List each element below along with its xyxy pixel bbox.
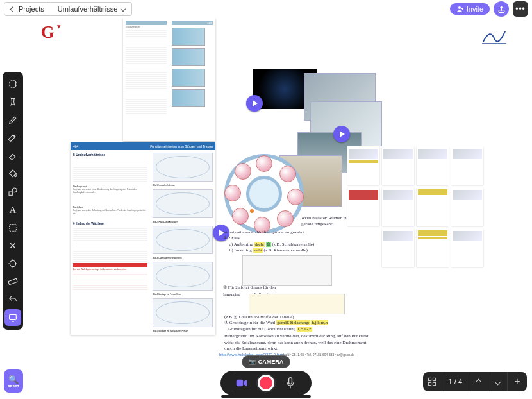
video-toggle-button[interactable]: [235, 376, 249, 390]
svg-rect-3: [9, 192, 12, 195]
annotation-rules: (z.B. gilt die untere Hälfte der Tabelle…: [224, 314, 372, 352]
share-icon: [497, 5, 506, 13]
tool-sidebar: A ✕: [3, 72, 23, 330]
logo-signature: [479, 24, 509, 47]
page-indicator: 1 / 4: [442, 372, 469, 391]
grid-view-button[interactable]: [423, 372, 442, 391]
text-tool[interactable]: A: [4, 201, 21, 218]
back-label: Projects: [19, 5, 44, 13]
invite-label: Invite: [467, 5, 483, 13]
lasso-tool[interactable]: [4, 219, 21, 236]
camera-label: CAMERA: [258, 359, 284, 365]
page-navigator: 1 / 4 +: [423, 372, 527, 391]
mic-toggle-button[interactable]: [283, 376, 297, 390]
home-indicator: [221, 395, 311, 398]
shapes-tool[interactable]: [4, 183, 21, 200]
eraser-tool[interactable]: [4, 148, 21, 164]
svg-rect-8: [10, 314, 17, 319]
play-button-2[interactable]: [333, 126, 350, 142]
svg-rect-7: [8, 278, 17, 285]
doc-title: Umlaufverhältnisse: [58, 5, 118, 13]
svg-rect-14: [428, 382, 431, 385]
svg-point-6: [10, 260, 15, 266]
svg-rect-13: [433, 378, 435, 380]
magnifier-icon: 🔍: [8, 375, 19, 384]
record-button[interactable]: [258, 375, 274, 391]
svg-rect-2: [10, 81, 15, 87]
present-tool[interactable]: [4, 309, 21, 326]
camera-icon: 📷: [249, 359, 256, 365]
reset-zoom-button[interactable]: 🔍 RESET: [4, 369, 23, 393]
pointer-tool[interactable]: [4, 94, 21, 110]
reset-label: RESET: [8, 384, 19, 388]
logo-g: G: [40, 21, 63, 44]
camera-chip[interactable]: 📷 CAMERA: [242, 355, 291, 368]
svg-rect-10: [237, 380, 244, 387]
pencil-tool[interactable]: [4, 112, 21, 128]
invite-user-icon: [456, 5, 464, 13]
back-to-projects-button[interactable]: Projects: [4, 2, 51, 16]
fill-tool[interactable]: [4, 166, 21, 182]
more-icon: •••: [515, 4, 526, 13]
annotation-cases: Ist bei rotierenden Kräften gerade umgek…: [223, 230, 351, 254]
recording-bar: [220, 371, 312, 395]
play-button-1[interactable]: [246, 95, 263, 112]
textbook-page-463: 4 Belastungsfälle 463: [123, 18, 215, 141]
invite-button[interactable]: Invite: [450, 3, 490, 15]
svg-text:G: G: [41, 22, 54, 42]
tolerance-table-1: [242, 255, 332, 286]
frame-tool[interactable]: [4, 76, 21, 92]
svg-point-4: [12, 188, 17, 192]
svg-rect-12: [428, 378, 431, 380]
chevron-left-icon: [10, 6, 17, 12]
chevron-down-icon: [121, 6, 126, 12]
share-button[interactable]: [494, 1, 509, 17]
textbook-page-464: 464Funktionseinheiten zum Stützen und Tr…: [71, 142, 215, 335]
document-title-dropdown[interactable]: Umlaufverhältnisse: [51, 2, 133, 16]
target-tool[interactable]: [4, 255, 21, 272]
svg-rect-11: [289, 378, 292, 384]
undo-tool[interactable]: [4, 291, 21, 308]
prev-page-button[interactable]: [469, 372, 488, 391]
highlighter-tool[interactable]: [4, 130, 21, 146]
svg-point-0: [458, 6, 461, 9]
svg-rect-15: [433, 382, 435, 385]
more-menu-button[interactable]: •••: [513, 1, 528, 17]
whiteboard-canvas[interactable]: G 4 Belastungsfälle 463 464Funktionseinh…: [27, 18, 528, 368]
next-page-button[interactable]: [488, 372, 508, 391]
reference-thumbnails: [347, 146, 483, 267]
tolerance-table-2: [249, 294, 345, 314]
ball-bearing-diagram: [223, 153, 305, 235]
add-page-button[interactable]: +: [508, 372, 527, 391]
cut-tool[interactable]: ✕: [4, 237, 21, 254]
svg-rect-5: [10, 225, 17, 232]
ruler-tool[interactable]: [4, 273, 21, 290]
